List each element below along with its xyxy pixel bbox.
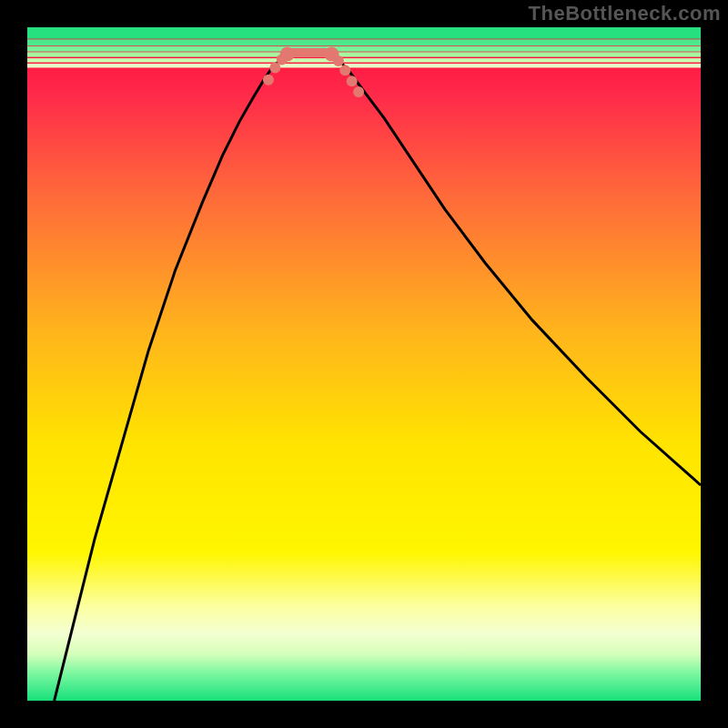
svg-point-14 xyxy=(347,76,358,86)
svg-point-12 xyxy=(333,56,344,66)
svg-point-10 xyxy=(280,47,295,62)
svg-rect-1 xyxy=(27,58,701,62)
svg-point-13 xyxy=(339,65,350,76)
svg-rect-0 xyxy=(27,64,701,67)
svg-rect-3 xyxy=(27,46,701,52)
green-band-group xyxy=(27,27,701,67)
svg-rect-5 xyxy=(27,27,701,39)
chart-container: TheBottleneck.com xyxy=(0,0,728,728)
svg-rect-4 xyxy=(27,39,701,46)
watermark-text: TheBottleneck.com xyxy=(529,2,721,25)
svg-point-7 xyxy=(263,75,274,86)
bottleneck-chart-svg xyxy=(27,27,701,701)
gradient-background xyxy=(27,27,701,701)
plot-area xyxy=(27,27,701,701)
svg-rect-2 xyxy=(27,52,701,56)
svg-point-15 xyxy=(353,86,364,97)
